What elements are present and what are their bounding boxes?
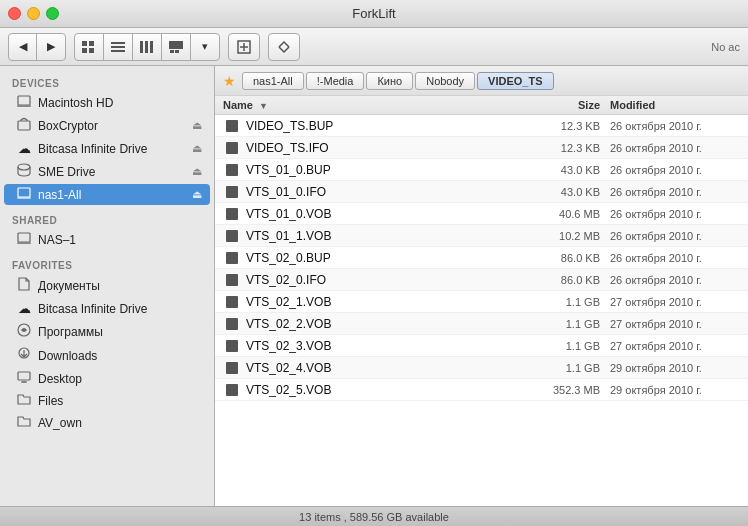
- file-size: 1.1 GB: [520, 296, 600, 308]
- sidebar-item-desktop[interactable]: Desktop: [4, 368, 210, 389]
- breadcrumb-nobody[interactable]: Nobody: [415, 72, 475, 90]
- programmy-label: Программы: [38, 325, 103, 339]
- bitcasa-fav-icon: ☁: [16, 301, 32, 316]
- table-row[interactable]: VIDEO_TS.BUP12.3 KB26 октября 2010 г.: [215, 115, 748, 137]
- sidebar-item-av-own[interactable]: AV_own: [4, 412, 210, 433]
- view-buttons[interactable]: ▾: [74, 33, 220, 61]
- sidebar-item-programmy[interactable]: Программы: [4, 320, 210, 343]
- breadcrumb-i-media[interactable]: !-Media: [306, 72, 365, 90]
- sme-drive-eject-icon[interactable]: ⏏: [192, 165, 202, 178]
- table-row[interactable]: VTS_01_0.VOB40.6 MB26 октября 2010 г.: [215, 203, 748, 225]
- table-row[interactable]: VTS_02_4.VOB1.1 GB29 октября 2010 г.: [215, 357, 748, 379]
- sync-button[interactable]: [269, 34, 299, 60]
- nas-1-label: NAS–1: [38, 233, 76, 247]
- view-list-button[interactable]: [104, 34, 133, 60]
- svg-rect-38: [226, 340, 238, 352]
- svg-rect-32: [226, 208, 238, 220]
- svg-rect-30: [226, 164, 238, 176]
- file-name: VTS_02_5.VOB: [246, 383, 520, 397]
- breadcrumb-kino[interactable]: Кино: [366, 72, 413, 90]
- svg-rect-8: [145, 41, 148, 53]
- boxcryptor-eject-icon[interactable]: ⏏: [192, 119, 202, 132]
- sidebar: DEVICES Macintosh HD BoxCryptor ⏏ ☁ Bitc…: [0, 66, 215, 506]
- sync-buttons[interactable]: [268, 33, 300, 61]
- nas1-all-label: nas1-All: [38, 188, 81, 202]
- maximize-button[interactable]: [46, 7, 59, 20]
- file-size: 1.1 GB: [520, 318, 600, 330]
- table-row[interactable]: VTS_01_0.IFO43.0 KB26 октября 2010 г.: [215, 181, 748, 203]
- view-dropdown-button[interactable]: ▾: [191, 34, 219, 60]
- view-icons-button[interactable]: [75, 34, 104, 60]
- sidebar-item-dokumenty[interactable]: Документы: [4, 274, 210, 297]
- minimize-button[interactable]: [27, 7, 40, 20]
- file-type-icon: [223, 294, 241, 310]
- file-size: 1.1 GB: [520, 362, 600, 374]
- title-bar: ForkLift: [0, 0, 748, 28]
- table-row[interactable]: VTS_02_0.IFO86.0 KB26 октября 2010 г.: [215, 269, 748, 291]
- svg-rect-9: [150, 41, 153, 53]
- file-modified: 26 октября 2010 г.: [600, 274, 740, 286]
- action-buttons[interactable]: [228, 33, 260, 61]
- nav-buttons[interactable]: ◀ ▶: [8, 33, 66, 61]
- sidebar-item-macintosh-hd[interactable]: Macintosh HD: [4, 92, 210, 113]
- view-column-button[interactable]: [133, 34, 162, 60]
- favorites-star-icon[interactable]: ★: [223, 73, 236, 89]
- bitcasa-eject-icon[interactable]: ⏏: [192, 142, 202, 155]
- file-size: 40.6 MB: [520, 208, 600, 220]
- svg-rect-26: [18, 372, 30, 380]
- sort-arrow-icon: ▼: [259, 101, 268, 111]
- file-type-icon: [223, 338, 241, 354]
- table-row[interactable]: VTS_02_5.VOB352.3 MB29 октября 2010 г.: [215, 379, 748, 401]
- svg-rect-33: [226, 230, 238, 242]
- table-row[interactable]: VTS_02_3.VOB1.1 GB27 октября 2010 г.: [215, 335, 748, 357]
- svg-rect-16: [18, 96, 30, 105]
- column-size-header[interactable]: Size: [520, 99, 600, 111]
- bitcasa-icon: ☁: [16, 141, 32, 156]
- breadcrumb-nas1-all[interactable]: nas1-All: [242, 72, 304, 90]
- forward-button[interactable]: ▶: [37, 34, 65, 60]
- table-row[interactable]: VTS_02_0.BUP86.0 KB26 октября 2010 г.: [215, 247, 748, 269]
- file-modified: 27 октября 2010 г.: [600, 296, 740, 308]
- column-name-header[interactable]: Name ▼: [223, 99, 520, 111]
- sme-drive-icon: [16, 163, 32, 180]
- svg-rect-37: [226, 318, 238, 330]
- file-modified: 26 октября 2010 г.: [600, 164, 740, 176]
- sidebar-item-nas-1[interactable]: NAS–1: [4, 229, 210, 250]
- window-controls[interactable]: [8, 7, 59, 20]
- file-size: 10.2 MB: [520, 230, 600, 242]
- svg-point-19: [18, 164, 30, 170]
- sidebar-item-sme-drive[interactable]: SME Drive ⏏: [4, 160, 210, 183]
- sidebar-item-boxcryptor[interactable]: BoxCryptor ⏏: [4, 114, 210, 137]
- content-area: ★ nas1-All !-Media Кино Nobody VIDEO_TS …: [215, 66, 748, 506]
- back-button[interactable]: ◀: [9, 34, 37, 60]
- column-modified-header[interactable]: Modified: [600, 99, 740, 111]
- sidebar-item-downloads[interactable]: Downloads: [4, 344, 210, 367]
- window-title: ForkLift: [352, 6, 395, 21]
- file-list-header: Name ▼ Size Modified: [215, 96, 748, 115]
- file-name: VTS_01_0.VOB: [246, 207, 520, 221]
- table-row[interactable]: VTS_01_1.VOB10.2 MB26 октября 2010 г.: [215, 225, 748, 247]
- svg-rect-36: [226, 296, 238, 308]
- file-size: 1.1 GB: [520, 340, 600, 352]
- view-cover-button[interactable]: [162, 34, 191, 60]
- close-button[interactable]: [8, 7, 21, 20]
- sidebar-item-bitcasa[interactable]: ☁ Bitcasa Infinite Drive ⏏: [4, 138, 210, 159]
- table-row[interactable]: VTS_02_2.VOB1.1 GB27 октября 2010 г.: [215, 313, 748, 335]
- av-own-icon: [16, 415, 32, 430]
- svg-rect-12: [175, 50, 179, 53]
- table-row[interactable]: VIDEO_TS.IFO12.3 KB26 октября 2010 г.: [215, 137, 748, 159]
- svg-rect-34: [226, 252, 238, 264]
- table-row[interactable]: VTS_01_0.BUP43.0 KB26 октября 2010 г.: [215, 159, 748, 181]
- action-button-1[interactable]: [229, 34, 259, 60]
- sidebar-item-bitcasa-fav[interactable]: ☁ Bitcasa Infinite Drive: [4, 298, 210, 319]
- file-type-icon: [223, 272, 241, 288]
- nas1-all-eject-icon[interactable]: ⏏: [192, 188, 202, 201]
- sidebar-item-files[interactable]: Files: [4, 390, 210, 411]
- sidebar-item-nas1-all[interactable]: nas1-All ⏏: [4, 184, 210, 205]
- breadcrumb-video-ts[interactable]: VIDEO_TS: [477, 72, 553, 90]
- svg-rect-4: [111, 42, 125, 44]
- file-name: VTS_02_0.BUP: [246, 251, 520, 265]
- status-bar: 13 items , 589.56 GB available: [0, 506, 748, 526]
- file-modified: 27 октября 2010 г.: [600, 318, 740, 330]
- table-row[interactable]: VTS_02_1.VOB1.1 GB27 октября 2010 г.: [215, 291, 748, 313]
